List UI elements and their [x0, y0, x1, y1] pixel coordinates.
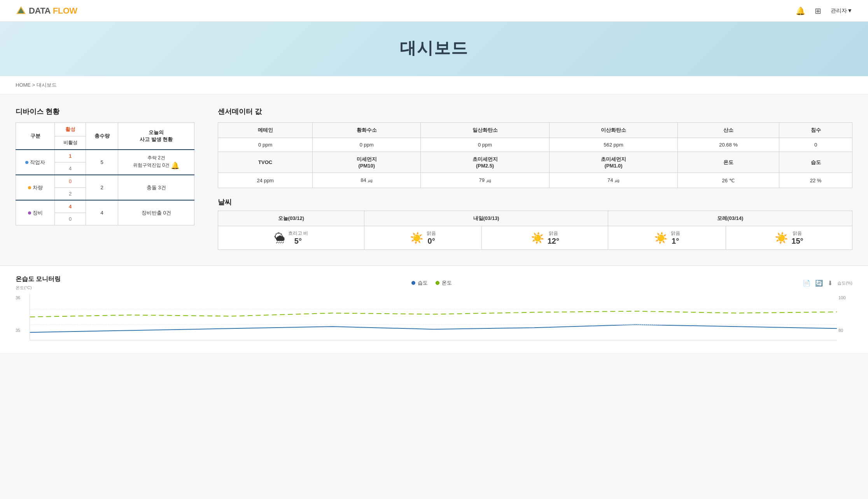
th-category: 구분 [16, 123, 55, 150]
sensor-th-co: 일산화탄소 [421, 123, 549, 138]
legend-humidity-dot [411, 281, 415, 285]
equip-active: 4 [55, 200, 86, 213]
worker-inactive: 4 [55, 162, 86, 175]
legend-temp-dot [436, 281, 439, 285]
weather-tomorrow-header: 내일(03/13) [364, 211, 608, 226]
weather-dayafter-temp2: 15° [791, 237, 803, 246]
legend-humidity-label: 습도 [418, 279, 428, 286]
sensor-th-flood: 침수 [779, 123, 852, 138]
sensor-h2s-val: 0 ppm [313, 138, 421, 152]
bell-icon[interactable]: 🔔 [796, 6, 805, 16]
device-table: 구분 활성 총수량 오늘의사고 발생 현황 비활성 작업자 1 5 [16, 122, 194, 225]
worker-active: 1 [55, 150, 86, 162]
weather-tomorrow-icon1: ☀️ [410, 232, 424, 244]
right-axis-label: 습도(%) [837, 280, 852, 286]
y-right-80: 80 [838, 328, 852, 333]
weather-tomorrow-temp1: 0° [427, 237, 436, 246]
sensor-co-val: 0 ppm [421, 138, 549, 152]
weather-today-desc: 흐리고 비 [288, 230, 308, 237]
weather-dayafter-icon2: ☀️ [775, 232, 788, 244]
sensor-co2-val: 562 ppm [549, 138, 677, 152]
legend-humidity: 습도 [411, 279, 428, 286]
weather-table: 오늘(03/12) 내일(03/13) 모레(03/14) 🌦 흐리고 비 5° [218, 211, 852, 250]
sensor-humidity-label: 습도 [779, 152, 852, 173]
admin-menu[interactable]: 관리자▼ [831, 7, 852, 14]
monitoring-title: 온습도 모니터링 온도(°C) [16, 275, 61, 291]
sensor-pm25-label: 초미세먼지(PM2.5) [421, 152, 549, 173]
weather-dayafter-icon1: ☀️ [654, 232, 668, 244]
grid-icon[interactable]: ⊞ [815, 6, 821, 16]
weather-today-header: 오늘(03/12) [218, 211, 364, 226]
equip-accident: 장비반출 0건 [118, 200, 194, 225]
vehicle-active: 0 [55, 175, 86, 188]
chart-y-right: 100 80 [837, 294, 852, 340]
logo: DATAFLOW [16, 5, 77, 16]
sensor-row2: 24 ppm 84 ㎍ 79 ㎍ 74 ㎍ 26 ℃ 22 % [218, 173, 852, 188]
sensor-humidity-val: 22 % [779, 173, 852, 188]
weather-dayafter-temp1: 1° [671, 237, 680, 246]
vehicle-category: 차량 [16, 175, 55, 200]
device-section-title: 디바이스 현황 [16, 107, 194, 116]
sensor-th-methane: 메테인 [218, 123, 313, 138]
sensor-tvoc-label: TVOC [218, 152, 313, 173]
table-row: 차량 0 2 충돌 3건 [16, 175, 194, 188]
refresh-icon[interactable]: 🔄 [815, 279, 823, 287]
sensor-pm1-val: 74 ㎍ [549, 173, 677, 188]
weather-row: 🌦 흐리고 비 5° ☀️ 맑음 0° [218, 226, 852, 250]
sensor-o2-val: 20.68 % [678, 138, 779, 152]
th-active: 활성 [55, 123, 86, 136]
monitoring-section: 온습도 모니터링 온도(°C) 습도 온도 📄 🔄 ⬇ 습도(%) 36 35 [0, 265, 868, 353]
vehicle-inactive: 2 [55, 188, 86, 201]
weather-today-temp: 5° [288, 237, 308, 246]
weather-tomorrow-cell2: ☀️ 맑음 12° [482, 226, 608, 250]
vehicle-dot [28, 186, 31, 189]
page-title: 대시보드 [0, 37, 868, 59]
download-icon[interactable]: ⬇ [828, 279, 833, 287]
weather-dayafter-cell2: ☀️ 맑음 15° [726, 226, 852, 250]
main-content: 디바이스 현황 구분 활성 총수량 오늘의사고 발생 현황 비활성 작업자 [0, 94, 868, 262]
sensor-pm1-label: 초미세먼지(PM1.0) [549, 152, 677, 173]
th-count: 총수량 [86, 123, 118, 150]
weather-tomorrow-cell1: ☀️ 맑음 0° [364, 226, 482, 250]
sensor-th-co2: 이산화탄소 [549, 123, 677, 138]
sensor-tvoc-val: 24 ppm [218, 173, 313, 188]
monitoring-controls: 📄 🔄 ⬇ 습도(%) [803, 279, 852, 287]
weather-tomorrow-icon2: ☀️ [531, 232, 544, 244]
vehicle-total: 2 [86, 175, 118, 200]
y-left-35: 35 [16, 328, 30, 333]
logo-icon [16, 5, 26, 16]
weather-dayafter-header: 모레(03/14) [608, 211, 852, 226]
monitoring-legend: 습도 온도 [411, 279, 452, 286]
table-row: 작업자 1 5 추락 2건위험구역진입 0건 🔔 [16, 150, 194, 162]
worker-accident: 추락 2건위험구역진입 0건 🔔 [118, 150, 194, 175]
worker-total: 5 [86, 150, 118, 175]
sensor-pm10-label: 미세먼지(PM10) [313, 152, 421, 173]
chart-canvas [30, 294, 837, 340]
sensor-temp-val: 26 ℃ [678, 173, 779, 188]
header-right: 🔔 ⊞ 관리자▼ [796, 6, 852, 16]
weather-tomorrow-temp2: 12° [548, 237, 559, 246]
logo-text-data: DATA [29, 6, 51, 16]
weather-tomorrow-desc2: 맑음 [548, 230, 559, 237]
monitoring-y-label: 온도(°C) [16, 285, 61, 291]
sensor-section-title: 센서데이터 값 [218, 107, 852, 116]
legend-temp: 온도 [436, 279, 452, 286]
logo-text-flow: FLOW [53, 6, 77, 16]
sensor-th-o2: 산소 [678, 123, 779, 138]
equip-category: 장비 [16, 200, 55, 225]
vehicle-accident: 충돌 3건 [118, 175, 194, 200]
worker-dot [25, 161, 28, 164]
doc-icon[interactable]: 📄 [803, 279, 810, 287]
device-panel: 디바이스 현황 구분 활성 총수량 오늘의사고 발생 현황 비활성 작업자 [16, 107, 194, 250]
grid-line-2 [30, 325, 837, 325]
sensor-table: 메테인 황화수소 일산화탄소 이산화탄소 산소 침수 0 ppm 0 ppm 0… [218, 122, 852, 188]
hero-banner: 대시보드 [0, 22, 868, 76]
sensor-temp-label: 온도 [678, 152, 779, 173]
breadcrumb: HOME > 대시보드 [0, 76, 868, 94]
sensor-flood-val: 0 [779, 138, 852, 152]
chart-area: 36 35 100 80 [16, 294, 852, 340]
monitoring-header: 온습도 모니터링 온도(°C) 습도 온도 📄 🔄 ⬇ 습도(%) [16, 275, 852, 291]
weather-dayafter-desc1: 맑음 [671, 230, 680, 237]
equip-inactive: 0 [55, 213, 86, 225]
weather-title: 날씨 [218, 197, 852, 207]
